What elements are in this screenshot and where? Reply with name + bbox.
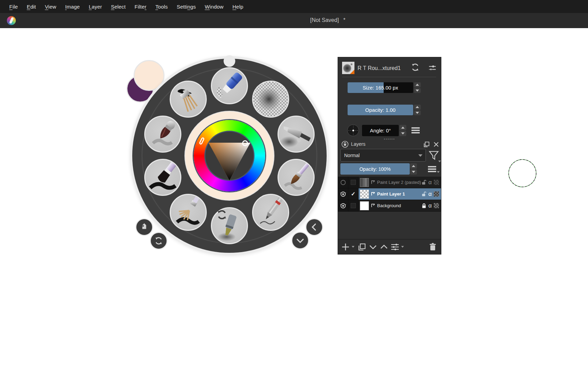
menu-view[interactable]: View [41,4,61,10]
layer-opacity-up[interactable] [410,163,417,169]
inherit-alpha-icon[interactable] [434,203,439,208]
menu-image[interactable]: Image [61,4,84,10]
menu-window[interactable]: Window [200,4,228,10]
size-slider-label: Size: 165.00 px [363,85,398,91]
detach-editor-button[interactable] [428,63,437,72]
tag-icon [140,223,149,232]
angle-spin-down[interactable] [399,131,406,137]
layer-opacity-slider[interactable]: Opacity: 100% [340,163,410,175]
menu-edit[interactable]: Edit [22,4,41,10]
layer-checkbox[interactable] [348,177,359,188]
brush-cursor-outline [508,158,537,188]
visibility-toggle[interactable] [338,188,348,200]
duplicate-layer-button[interactable] [357,242,367,252]
layer-list: Paint Layer 2 (pasted) α ✓ Paint Layer 1 [338,177,441,212]
caret-icon [438,161,441,162]
caret-icon[interactable] [352,246,354,248]
menu-filter[interactable]: Filter [130,4,151,10]
brush-preset-pointed[interactable] [144,116,181,153]
brush-preset-thumbnail[interactable] [342,62,354,74]
layer-row-paint-layer-2[interactable]: Paint Layer 2 (pasted) α [338,177,441,188]
alpha-lock-icon[interactable]: α [428,179,432,185]
add-layer-button[interactable] [341,242,350,252]
size-spinner[interactable] [414,82,421,93]
layer-opacity-down[interactable] [410,169,417,175]
opacity-spinner[interactable] [414,105,421,115]
menu-settings[interactable]: Settings [172,4,200,10]
brush-preset-round-watercolor[interactable] [278,159,315,196]
sliders-icon [428,63,437,72]
caret-icon[interactable] [401,246,404,248]
brush-preset-eraser[interactable] [211,67,248,104]
blend-mode-combobox[interactable]: Normal [340,149,426,162]
menu-select[interactable]: Select [106,4,130,10]
previous-presets-button[interactable] [305,218,323,236]
layers-toolbar [338,239,441,254]
size-slider[interactable]: Size: 165.00 px [348,82,413,93]
move-layer-up-button[interactable] [379,242,389,252]
brush-preset-pencil[interactable] [252,194,289,231]
brush-preset-bristle-ink[interactable] [170,81,207,118]
layer-name: Paint Layer 2 (pasted) [377,180,421,185]
inherit-alpha-icon[interactable] [434,191,439,197]
visibility-toggle[interactable] [338,177,348,188]
filter-icon [428,150,440,162]
lock-icon[interactable] [421,203,426,209]
inherit-alpha-icon[interactable] [434,180,439,185]
delete-layer-button[interactable] [428,242,438,252]
blend-mode-value: Normal [344,153,360,158]
tag-button[interactable] [135,218,153,236]
menu-help[interactable]: Help [228,4,248,10]
reload-preset-button[interactable] [411,63,420,72]
opacity-spin-up[interactable] [414,105,421,110]
size-spin-up[interactable] [414,82,421,87]
floating-dock: R T Rou...xtured1 Size: 165.00 px Opacit… [338,57,441,255]
layer-row-paint-layer-1[interactable]: ✓ Paint Layer 1 α [338,188,441,200]
angle-spinner[interactable] [399,125,406,136]
float-panel-button[interactable] [423,141,430,148]
brush-preset-flat[interactable] [144,159,181,196]
reload-icon [411,63,420,72]
move-layer-down-button[interactable] [368,242,378,252]
layer-type-icon [371,192,375,196]
unlock-icon[interactable] [421,180,426,185]
sv-selector-dot [242,140,248,146]
angle-label: Angle: 0° [370,128,391,133]
visibility-toggle[interactable] [338,200,348,211]
layers-menu-button[interactable] [428,165,436,173]
menu-file[interactable]: File [5,4,22,10]
opacity-slider[interactable]: Opacity: 1.00 [348,105,413,115]
layer-properties-button[interactable] [390,242,400,252]
brush-options-menu-button[interactable] [411,126,420,134]
panel-lock-icon[interactable] [341,141,349,148]
collapse-palette-button[interactable] [291,232,309,249]
opacity-slider-label: Opacity: 1.00 [365,107,395,113]
reload-presets-button[interactable] [150,232,168,250]
layer-checkbox[interactable]: ✓ [348,188,359,200]
layer-thumbnail [360,190,369,199]
brush-preset-fan[interactable] [170,194,207,231]
opacity-spin-down[interactable] [414,110,421,116]
eye-hidden-icon [340,179,346,186]
angle-input[interactable]: Angle: 0° [362,125,399,136]
alpha-lock-icon[interactable]: α [428,191,432,197]
layer-thumbnail [360,178,369,187]
menu-layer[interactable]: Layer [84,4,106,10]
brush-preset-soft-round[interactable] [252,81,289,118]
layer-checkbox[interactable] [348,200,359,211]
layer-row-background[interactable]: Background α [338,200,441,212]
title-bar: [Not Saved] * [0,13,588,28]
trash-icon [428,243,437,251]
menu-tools[interactable]: Tools [151,4,172,10]
unlock-icon[interactable] [421,191,426,197]
layer-filter-button[interactable] [428,150,440,161]
angle-dial[interactable] [347,125,359,136]
layer-opacity-spinner[interactable] [410,163,417,175]
angle-spin-up[interactable] [399,125,406,130]
krita-logo-icon [7,16,16,25]
size-spin-down[interactable] [414,88,421,93]
saturation-value-triangle[interactable] [208,142,251,181]
alpha-lock-icon[interactable]: α [428,203,432,209]
brush-preset-airbrush[interactable] [278,116,315,153]
close-panel-button[interactable] [433,141,440,148]
